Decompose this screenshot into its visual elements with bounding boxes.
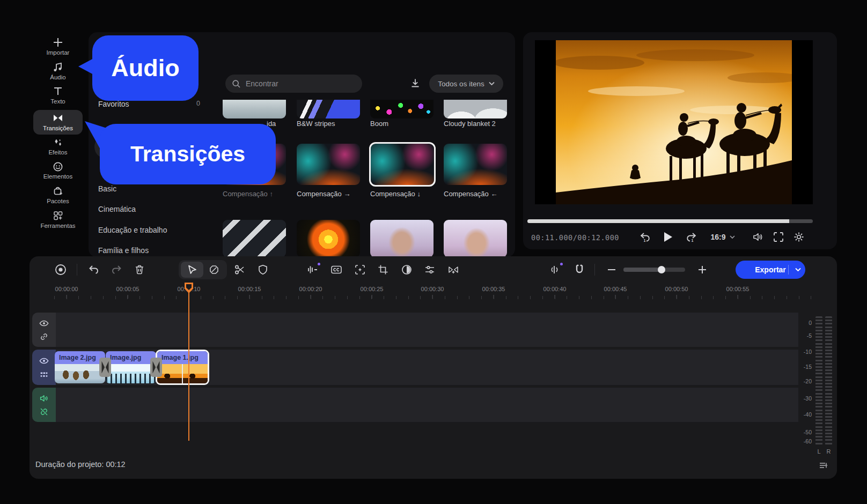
slip-tool-icon [208,264,220,276]
audio-ducking-button[interactable] [548,262,563,277]
crop-icon [377,264,389,276]
toolbar-divider [594,264,595,276]
transition-thumb[interactable] [223,220,286,257]
clip-name: Image 2.jpg [55,351,105,364]
transition-thumb[interactable] [370,220,434,257]
track-link-toggle[interactable] [38,331,50,343]
settings-button[interactable] [791,229,806,244]
track-mute-toggle[interactable] [38,392,50,404]
timecode: 00:11.000/00:12.000 [531,233,619,242]
stripes-art [297,100,360,118]
filter-dropdown[interactable]: Todos os itens [429,75,503,93]
captions-button[interactable] [329,262,344,277]
select-tool-button[interactable] [186,263,199,276]
category-education[interactable]: Educação e trabalho [98,226,167,234]
overlay-track-header [32,313,56,347]
audio-callout-label: Áudio [111,54,179,82]
aspect-ratio-dropdown[interactable]: 16:9 [707,231,738,243]
search-bar[interactable] [225,75,362,93]
add-transition-button[interactable] [446,262,461,277]
category-favorites[interactable]: Favoritos 0 [98,99,200,110]
transition-thumb[interactable] [297,144,360,185]
transition-thumb[interactable] [444,220,507,257]
meter-channel-right: R [825,448,832,455]
transitions-callout-label: Transições [130,142,245,167]
zoom-slider-thumb[interactable] [658,266,665,273]
slip-tool-button[interactable] [208,263,221,276]
video-track-header [32,350,56,385]
track-visibility-toggle[interactable] [38,317,50,329]
audio-levels-button[interactable] [305,262,320,277]
shield-button[interactable] [255,262,270,277]
record-icon [54,263,67,276]
playhead-line[interactable] [188,283,189,441]
category-cinematic[interactable]: Cinemática [98,205,136,213]
category-basic[interactable]: Basic [98,184,116,193]
redo-button[interactable] [109,262,124,277]
play-button[interactable] [660,229,675,244]
grid-icon [52,210,64,221]
track-visibility-toggle[interactable] [38,355,50,367]
step-forward-button[interactable]: 1 [684,229,699,244]
clip-transition-marker[interactable] [99,358,111,377]
notification-dot [318,263,320,265]
record-button[interactable] [53,262,68,277]
link-icon [39,331,49,342]
search-input[interactable] [246,79,342,88]
clip-transition-marker[interactable] [150,358,162,377]
timeline-clip-selected[interactable]: Image 1.jpg [156,350,209,385]
ducking-icon [549,263,562,276]
zoom-slider[interactable] [623,268,685,272]
minus-icon [607,265,616,275]
transition-thumb[interactable] [444,100,507,118]
text-icon [52,85,64,97]
export-button[interactable]: Exportar [736,261,805,279]
fullscreen-icon [773,232,784,242]
snap-magnet-button[interactable] [572,262,587,277]
shield-icon [257,264,269,276]
timeline-clip[interactable]: Image 2.jpg [55,351,105,383]
category-family[interactable]: Família e filhos [98,246,149,255]
transition-thumb[interactable] [297,220,360,257]
cut-button[interactable] [232,262,247,277]
playback-progress-bar[interactable] [527,219,813,223]
volume-button[interactable] [750,229,765,244]
chevron-down-icon [730,235,735,239]
scissors-icon [233,263,246,276]
undo-button[interactable] [86,262,101,277]
step-back-button[interactable]: 1 [637,229,652,244]
svg-text:1: 1 [692,239,694,242]
transition-label: Cloudy blanket 2 [444,120,496,128]
tracking-button[interactable] [352,262,368,277]
transition-thumb[interactable] [370,100,434,118]
transition-thumb[interactable] [297,100,360,118]
track-motion-toggle[interactable] [38,369,50,381]
project-duration: Duração do projeto: 00:12 [35,460,126,469]
color-adjust-button[interactable] [399,262,414,277]
transition-thumb-selected[interactable] [369,142,436,187]
timeline-clip[interactable]: Image.jpg [106,351,156,383]
ruler-tick-label: 00:00:00 [55,286,78,292]
zoom-out-button[interactable] [604,262,619,277]
smiley-icon [52,161,64,173]
music-note-icon [52,61,64,73]
crop-button[interactable] [376,262,391,277]
time-ruler[interactable]: 00:00:00 00:00:05 00:00:10 00:00:15 00:0… [30,283,837,301]
zoom-in-button[interactable] [695,262,710,277]
export-options-button[interactable] [790,261,805,279]
delete-button[interactable] [132,262,147,277]
meter-settings-button[interactable] [816,459,831,472]
download-button[interactable] [408,76,423,91]
filters-button[interactable] [422,262,437,277]
preview-frame-photo [556,40,792,204]
transition-thumb[interactable] [223,100,286,118]
transition-thumb[interactable] [444,144,507,185]
cc-icon [330,263,343,276]
playhead-handle-inner [186,284,192,290]
track-unlink-toggle[interactable] [38,406,50,418]
sidebar-item-label: Importar [32,49,84,56]
fullscreen-button[interactable] [771,229,786,244]
transition-hourglass-icon [152,360,160,374]
sparkles-icon [52,137,64,149]
meter-scale-label: -20 [798,378,812,384]
